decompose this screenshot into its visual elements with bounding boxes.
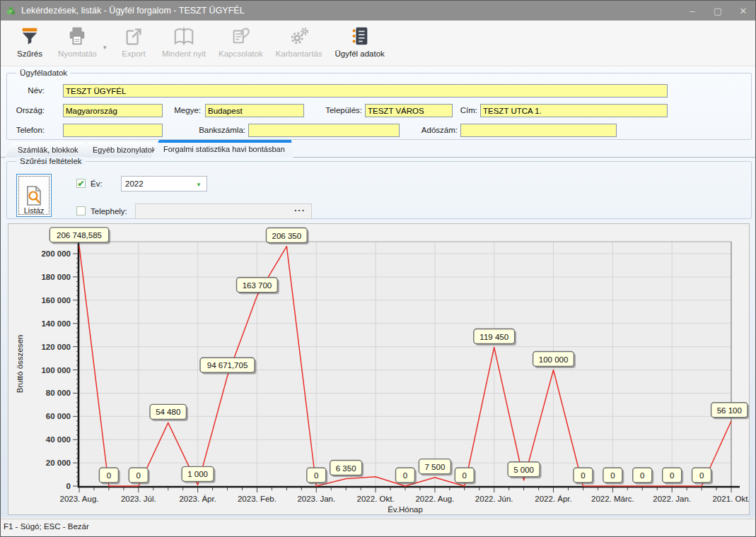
svg-text:0: 0 [610, 471, 615, 480]
statusbar: F1 - Súgó; ESC - Bezár [1, 519, 755, 537]
customer-group-title: Ügyféladatok [16, 69, 71, 77]
statusbar-text: F1 - Súgó; ESC - Bezár [4, 522, 89, 531]
svg-text:56 100: 56 100 [717, 406, 742, 415]
site-label: Telephely: [91, 207, 133, 216]
toolbar-button-label: Ügyfél adatok [335, 49, 385, 58]
svg-text:2023. Feb.: 2023. Feb. [238, 495, 277, 503]
traffic-line-chart: 020 00040 00060 00080 000100 000120 0001… [8, 224, 749, 514]
address-input[interactable] [480, 104, 668, 117]
svg-text:119 450: 119 450 [479, 333, 508, 341]
toolbar-button-label: Nyomtatás [58, 49, 97, 58]
svg-text:80 000: 80 000 [46, 389, 71, 397]
maximize-button[interactable]: ▢ [710, 6, 726, 16]
svg-text:5 000: 5 000 [513, 466, 534, 474]
content-area: Ügyféladatok Név: Ország: Megye: Települ… [1, 66, 755, 517]
filter-button[interactable]: Szűrés [8, 20, 52, 60]
svg-text:0: 0 [107, 471, 111, 480]
svg-text:2022. Ápr.: 2022. Ápr. [535, 495, 571, 503]
svg-text:60 000: 60 000 [46, 412, 71, 420]
open-book-icon [172, 25, 196, 47]
svg-text:7 500: 7 500 [425, 463, 446, 471]
minimize-button[interactable]: – [685, 6, 700, 16]
svg-text:0: 0 [66, 482, 71, 490]
svg-text:206 350: 206 350 [272, 232, 302, 240]
svg-text:0: 0 [314, 471, 318, 480]
year-label: Év: [91, 179, 119, 188]
svg-text:2021. Okt.: 2021. Okt. [712, 495, 749, 503]
tab-szamlak-blokkok[interactable]: Számlák, blokkok [5, 142, 87, 158]
year-select[interactable]: 2022 ▼ [121, 176, 207, 191]
svg-text:120 000: 120 000 [41, 343, 71, 351]
print-button[interactable]: Nyomtatás [52, 20, 103, 60]
close-button[interactable]: ✕ [735, 6, 751, 16]
tabstrip: Számlák, blokkok Egyéb bizonylatok Forga… [1, 140, 755, 158]
svg-text:100 000: 100 000 [41, 366, 71, 374]
customer-data-button[interactable]: Ügyfél adatok [329, 20, 391, 60]
site-field[interactable]: ··· [135, 203, 312, 219]
svg-text:54 480: 54 480 [156, 408, 180, 416]
svg-text:0: 0 [403, 471, 407, 480]
svg-text:200 000: 200 000 [41, 249, 71, 258]
svg-text:140 000: 140 000 [41, 319, 71, 328]
phone-input[interactable] [63, 124, 163, 137]
name-input[interactable] [63, 84, 668, 98]
svg-text:2022. Aug.: 2022. Aug. [415, 495, 454, 503]
bank-account-label: Bankszámla: [192, 126, 245, 134]
tax-number-input[interactable] [460, 124, 617, 137]
list-button[interactable]: Listáz [16, 174, 52, 217]
svg-text:40 000: 40 000 [46, 435, 71, 444]
svg-text:6 350: 6 350 [336, 464, 356, 473]
open-all-button[interactable]: Mindent nyit [156, 20, 212, 60]
dropdown-arrow-icon: ▼ [196, 182, 202, 188]
bank-account-input[interactable] [248, 124, 400, 137]
chart-panel: 020 00040 00060 00080 000100 000120 0001… [8, 223, 750, 515]
toolbar-button-label: Szűrés [17, 49, 42, 58]
svg-text:0: 0 [640, 471, 644, 480]
svg-text:2022. Jan.: 2022. Jan. [653, 495, 691, 503]
svg-text:100 000: 100 000 [539, 355, 569, 364]
svg-text:0: 0 [136, 471, 141, 480]
app-icon [6, 6, 16, 16]
county-label: Megye: [158, 106, 201, 114]
county-input[interactable] [205, 104, 304, 117]
site-browse-button[interactable]: ··· [294, 205, 306, 216]
export-button[interactable]: Export [112, 20, 156, 60]
svg-text:Év.Hónap: Év.Hónap [388, 505, 423, 514]
year-checkbox[interactable]: ✔ [76, 179, 86, 188]
tab-forgalmi-statisztika[interactable]: Forgalmi statisztika havi bontásban [151, 140, 293, 158]
svg-text:0: 0 [670, 471, 674, 480]
plot-area [79, 242, 731, 486]
print-dropdown-arrow-icon[interactable]: ▾ [103, 44, 112, 51]
svg-text:94 671,705: 94 671,705 [207, 361, 248, 370]
svg-text:2023. Aug.: 2023. Aug. [60, 495, 99, 503]
tab-egyeb-bizonylatok[interactable]: Egyéb bizonylatok [80, 142, 164, 158]
svg-text:160 000: 160 000 [41, 296, 71, 305]
svg-text:1 000: 1 000 [187, 470, 208, 478]
phone-label: Telefon: [1, 126, 45, 134]
svg-text:163 700: 163 700 [243, 281, 272, 290]
name-label: Név: [1, 86, 45, 95]
svg-text:Bruttó összesen: Bruttó összesen [16, 335, 24, 393]
maintenance-button[interactable]: Karbantartás [269, 20, 329, 60]
toolbar: Szűrés Nyomtatás ▾ [1, 20, 755, 66]
svg-text:0: 0 [463, 471, 467, 480]
svg-text:2022. Okt.: 2022. Okt. [357, 495, 395, 503]
app-window: Lekérdezések, listák - Ügyfél forgalom -… [0, 0, 756, 537]
year-select-value: 2022 [125, 179, 144, 188]
address-label: Cím: [439, 106, 477, 114]
settlement-label: Település: [312, 106, 362, 114]
tax-number-label: Adószám: [409, 126, 458, 134]
svg-text:0: 0 [581, 471, 585, 480]
export-icon [123, 25, 144, 47]
toolbar-button-label: Karbantartás [276, 49, 322, 58]
focus-rect [18, 176, 50, 215]
contacts-button[interactable]: Kapcsolatok [212, 20, 269, 60]
filter-icon [19, 25, 40, 47]
svg-text:0: 0 [699, 471, 704, 480]
svg-text:20 000: 20 000 [46, 459, 71, 467]
country-input[interactable] [63, 104, 163, 117]
svg-text:180 000: 180 000 [41, 273, 71, 281]
printer-icon [66, 25, 88, 47]
toolbar-button-label: Export [122, 49, 145, 58]
site-checkbox[interactable] [76, 206, 86, 216]
